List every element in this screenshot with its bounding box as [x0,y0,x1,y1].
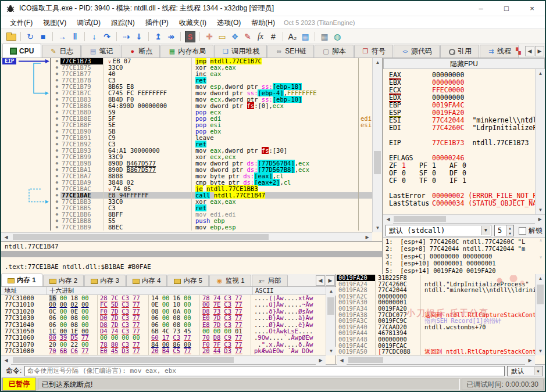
hex-byte[interactable]: 77 [133,321,140,328]
hex-byte[interactable]: 77 [133,295,140,301]
hex-byte[interactable]: 77 [235,334,242,341]
stack-row[interactable]: 0019FA4800000000 [337,336,535,343]
hex-byte[interactable]: 00 [202,328,210,335]
menu-item[interactable]: 文件(F) [5,17,38,28]
hex-byte[interactable]: 28 [100,295,108,301]
argument-row[interactable]: 3: [esp+C] 00000000 00000000 [383,253,545,260]
disasm-hscrollbar[interactable]: ◀ ▶ [1,232,372,241]
dump-hscrollbar[interactable]: ◀ ▶ [1,355,326,364]
tab-memmap[interactable]: 内存布局 [160,45,213,57]
hex-byte[interactable]: 18 [70,295,78,301]
register-row[interactable]: EIP77CE1B73ntdll.77CE1B73 [383,139,535,147]
hex-byte[interactable]: C3 [224,321,231,328]
hex-byte[interactable]: E0 [202,314,210,321]
hex-byte[interactable]: 7E [213,301,221,308]
hex-byte[interactable]: 00 [81,308,89,315]
highlight-icon[interactable]: ✎ [242,31,253,42]
hex-byte[interactable]: 6B [151,328,159,335]
hex-byte[interactable]: 00 [162,295,170,301]
hex-byte[interactable]: 0C [49,308,56,315]
dump-tab-mem[interactable]: 内存 4 [126,275,167,286]
hex-byte[interactable]: 00 [60,308,67,315]
hex-byte[interactable]: 86 [173,341,180,348]
comment-icon[interactable]: ▭ [217,31,227,42]
stack-row[interactable]: 0019FA2031B225F8 [337,275,535,281]
step-into-icon[interactable]: ↓ [89,31,99,42]
dump-scroll-left[interactable]: ◀ [316,275,325,286]
command-input[interactable] [24,366,505,376]
stack-hscrollbar[interactable]: ◀ ▶ [337,355,535,364]
dump-tab-mem[interactable]: 内存 5 [167,275,209,286]
hex-byte[interactable]: 78 [202,295,210,301]
flag-value[interactable]: 1 [462,177,480,185]
hex-byte[interactable]: 77 [133,301,140,308]
calculator-icon[interactable]: ▦ [319,31,330,42]
hex-byte[interactable]: C3 [224,341,231,348]
hex-byte[interactable]: F0 [202,341,210,348]
hex-byte[interactable]: 00 [49,334,56,341]
stack-row[interactable]: 0019FA50[77CDC088返回到 ntdll.RtlCaptureSta… [337,348,535,355]
hex-byte[interactable]: 00 [60,301,67,308]
tab-cpu[interactable]: CPU [2,44,41,57]
hex-byte[interactable]: 06 [49,321,56,328]
hex-byte[interactable]: 77 [133,328,140,335]
close-button[interactable]: × [519,1,545,16]
run-icon[interactable]: → [57,31,67,42]
execute-till-return-icon[interactable]: ↥ [153,31,163,42]
hex-byte[interactable]: 08 [70,314,78,321]
pause-icon[interactable]: ‖ [70,31,80,42]
hex-byte[interactable]: 7D [111,308,119,315]
hex-byte[interactable]: 00 [224,328,231,335]
hex-byte[interactable]: 01 [235,328,242,335]
hex-byte[interactable]: 77 [184,347,191,354]
hex-byte[interactable]: D4 [100,328,108,335]
hex-byte[interactable]: 77 [235,347,242,354]
hex-byte[interactable]: C3 [224,314,231,321]
hex-byte[interactable]: 7C [111,295,119,301]
hex-byte[interactable]: 08 [173,314,180,321]
open-file-icon[interactable] [6,31,16,42]
hex-byte[interactable]: 00 [81,295,89,301]
hex-byte[interactable]: 00 [213,328,221,335]
menu-item[interactable]: 插件(P) [140,17,174,28]
menu-item[interactable]: 收藏夹(I) [174,17,212,28]
hex-byte[interactable]: 06 [49,314,56,321]
hash-icon[interactable]: # [268,31,279,42]
registers-vscrollbar[interactable]: ▲ ▼ [535,69,545,214]
run-to-user-code-icon[interactable]: ⇢ [121,31,131,42]
hex-byte[interactable]: C3 [122,328,129,335]
hex-byte[interactable]: C5 [173,347,180,354]
hex-byte[interactable]: 0A [173,308,180,315]
hex-byte[interactable]: C9 [224,334,231,341]
hex-byte[interactable]: 70 [202,334,210,341]
spinner-arrows[interactable]: ▲▼ [506,225,513,236]
maximize-button[interactable]: □ [494,1,519,16]
tab-source[interactable]: 源代码 [394,45,440,57]
hex-byte[interactable]: 45 [111,347,119,354]
hex-byte[interactable]: 4C [162,328,170,335]
hex-byte[interactable]: 80 [111,341,119,348]
hex-byte[interactable]: 08 [173,321,180,328]
function-icon[interactable]: fx [255,31,266,42]
hex-byte[interactable]: 7F [213,341,221,348]
hex-byte[interactable]: 00 [162,321,170,328]
hex-byte[interactable]: 00 [162,341,170,348]
assemble-icon[interactable]: A₂ [287,31,298,42]
dump-tab-mem[interactable]: 内存 1 [1,274,42,286]
hex-byte[interactable]: 00 [60,321,67,328]
hex-byte[interactable]: D3 [122,347,129,354]
hex-byte[interactable]: 08 [70,321,78,328]
hex-byte[interactable]: 00 [81,321,89,328]
hex-byte[interactable]: C3 [224,301,231,308]
argument-row[interactable]: 2: [esp+8] 77C42044 ntdll.77C42044 "m [383,245,545,252]
dump-tab-mem[interactable]: 内存 3 [84,275,126,286]
dump-row[interactable]: 77C31080706BC677E045D37720B4C5772044D377… [1,348,336,354]
hex-byte[interactable]: 00 [81,341,89,348]
hex-byte[interactable]: 7D [213,314,221,321]
register-row[interactable]: EDI77C4260C"LdrpInitializePro [383,124,535,132]
hex-byte[interactable]: 22 [70,341,78,348]
hex-byte[interactable]: 00 [60,314,67,321]
run-to-selection-icon[interactable]: ↠ [166,31,176,42]
stop-icon[interactable]: ■ [38,31,48,42]
hex-byte[interactable]: C3 [122,321,129,328]
